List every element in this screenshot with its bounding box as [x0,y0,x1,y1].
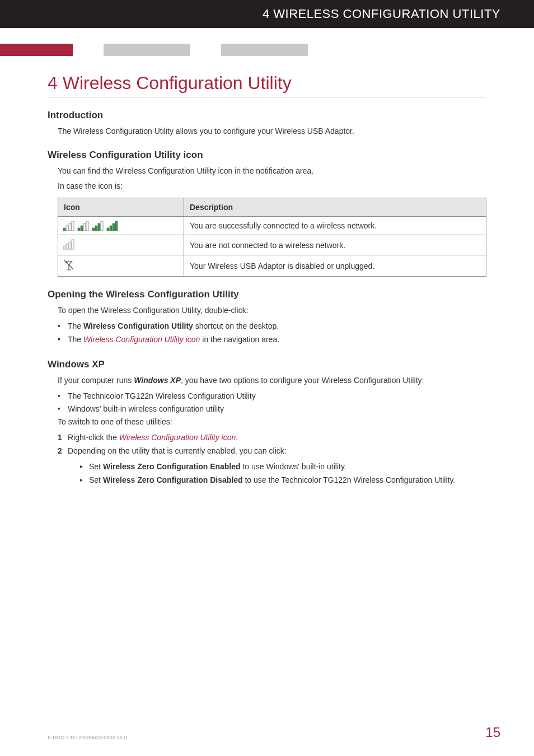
winxp-intro: If your computer runs Windows XP, you ha… [58,375,486,386]
table-row: You are successfully connected to a wire… [58,217,486,235]
svg-rect-13 [110,226,112,231]
winxp-options-list: The Technicolor TG122n Wireless Configur… [58,390,486,417]
svg-rect-12 [107,228,109,231]
bold-term: Windows XP [134,376,181,385]
svg-rect-8 [92,228,95,231]
signal-bars-grey-icon [63,242,75,251]
text-fragment: . [236,433,238,442]
svg-rect-10 [98,223,100,231]
svg-rect-0 [63,228,65,231]
cross-ref-link[interactable]: Wireless Configuration Utility icon [83,335,200,344]
text-fragment: Set [89,462,103,471]
svg-rect-1 [66,226,68,231]
text-fragment: If your computer runs [58,376,134,385]
list-text: The [68,335,83,344]
step-item: 2 Depending on the utility that is curre… [58,445,486,487]
icon-description-table: Icon Description [58,198,486,277]
section-utility-icon: Wireless Configuration Utility icon [48,150,486,161]
substep-item: Set Wireless Zero Configuration Disabled… [80,474,486,487]
table-cell-desc: You are not connected to a wireless netw… [184,235,486,255]
substep-list: Set Wireless Zero Configuration Enabled … [80,460,486,487]
text-fragment: to use Windows' built-in utility. [241,462,346,471]
signal-strength-bars-green-icons [63,220,179,231]
page-footer: E-DOC-CTC-20100623-0002 v2.0 15 [48,725,500,740]
step-number: 2 [58,445,62,458]
svg-rect-4 [78,228,80,231]
list-item: The Technicolor TG122n Wireless Configur… [58,390,486,403]
list-item: The Wireless Configuration Utility icon … [58,333,486,347]
list-item: Windows' built-in wireless configuration… [58,403,486,416]
svg-rect-14 [113,223,115,231]
bold-term: Wireless Zero Configuration Disabled [103,475,243,484]
cross-ref-link[interactable]: Wireless Configuration Utility icon [119,433,236,442]
svg-rect-2 [69,223,71,231]
section-opening-utility: Opening the Wireless Configuration Utili… [48,289,486,300]
text-fragment: Depending on the utility that is current… [68,446,287,455]
step-item: 1 Right-click the Wireless Configuration… [58,431,486,445]
svg-rect-17 [66,244,68,249]
substep-item: Set Wireless Zero Configuration Enabled … [80,460,486,474]
text-fragment: Set [89,475,103,484]
list-text: The [68,321,83,330]
svg-rect-18 [69,242,71,249]
svg-rect-9 [95,226,97,231]
grey-tab [104,44,190,56]
icon-section-text-1: You can find the Wireless Configuration … [58,165,486,177]
bold-term: Wireless Zero Configuration Enabled [103,462,241,471]
list-item: The Wireless Configuration Utility short… [58,320,486,333]
table-cell-desc: Your Wireless USB Adaptor is disabled or… [184,255,486,277]
svg-rect-15 [115,221,118,231]
winxp-switch-text: To switch to one of these utilities: [58,416,486,428]
text-fragment: to use the Technicolor TG122n Wireless C… [243,475,456,484]
table-row: You are not connected to a wireless netw… [58,235,486,255]
opening-list: The Wireless Configuration Utility short… [58,320,486,347]
decorative-tab-strip [0,44,534,56]
antenna-crossed-icon [63,264,75,273]
grey-tab [221,44,308,56]
text-fragment: , you have two options to configure your… [181,376,424,385]
running-title: 4 WIRELESS CONFIGURATION UTILITY [263,7,500,21]
section-introduction: Introduction [48,110,486,121]
svg-rect-7 [86,221,88,231]
chapter-heading: 4 Wireless Configuration Utility [48,73,486,97]
svg-rect-6 [83,223,86,231]
table-cell-desc: You are successfully connected to a wire… [184,217,486,235]
red-tab [0,44,73,56]
svg-rect-3 [72,221,74,231]
bold-term: Wireless Configuration Utility [83,321,193,330]
table-row: Your Wireless USB Adaptor is disabled or… [58,255,486,277]
step-number: 1 [58,431,62,445]
icon-section-text-2: In case the icon is: [58,180,486,192]
svg-rect-11 [101,221,103,231]
section-windows-xp: Windows XP [48,359,486,370]
text-fragment: Right-click the [68,433,119,442]
table-header-description: Description [184,198,486,217]
list-text: shortcut on the desktop. [193,321,279,330]
table-header-icon: Icon [58,198,184,217]
list-text: in the navigation area. [200,335,279,344]
document-code: E-DOC-CTC-20100623-0002 v2.0 [48,735,127,740]
page-number: 15 [485,725,500,740]
svg-rect-16 [63,246,65,249]
svg-rect-5 [81,226,83,231]
opening-text: To open the Wireless Configuration Utili… [58,305,486,316]
intro-text: The Wireless Configuration Utility allow… [58,125,486,137]
winxp-steps: 1 Right-click the Wireless Configuration… [58,431,486,487]
svg-rect-19 [72,240,74,249]
running-header: 4 WIRELESS CONFIGURATION UTILITY [0,0,534,28]
